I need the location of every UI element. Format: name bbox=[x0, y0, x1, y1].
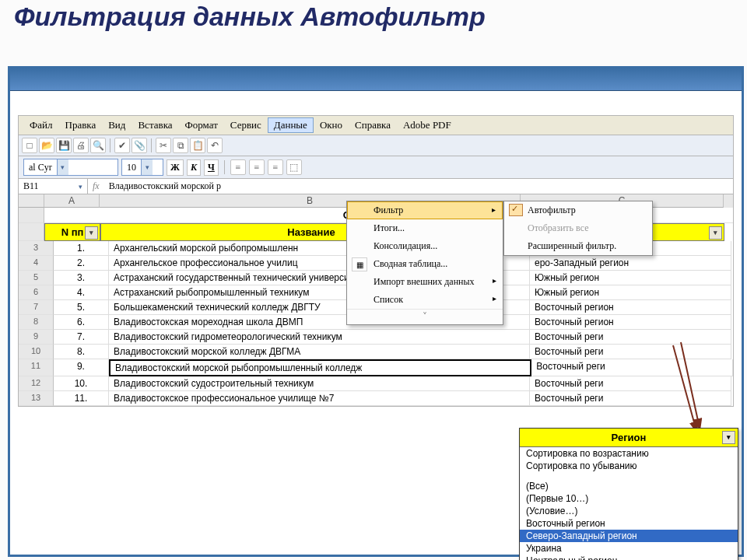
menubar[interactable]: Файл Правка Вид Вставка Формат Сервис Да… bbox=[18, 115, 734, 135]
filter-option[interactable]: Украина bbox=[520, 542, 738, 555]
submenu-autofilter[interactable]: Автофильтр bbox=[504, 201, 652, 219]
row-header[interactable]: 10 bbox=[19, 345, 54, 359]
row-header[interactable]: 8 bbox=[19, 315, 54, 330]
cell-npp[interactable]: 7. bbox=[54, 330, 109, 345]
cell-npp[interactable]: 6. bbox=[54, 315, 109, 330]
autofilter-popup[interactable]: Регион Сортировка по возрастаниюСортиров… bbox=[519, 428, 738, 560]
col-A[interactable]: A bbox=[44, 194, 100, 208]
cell-region[interactable]: Южный регион bbox=[530, 271, 731, 285]
font-size-combo[interactable]: 10 bbox=[121, 159, 163, 176]
align-center-icon[interactable]: ≡ bbox=[249, 159, 265, 175]
row-header[interactable]: 3 bbox=[19, 241, 54, 256]
name-box[interactable]: B11 ▾ bbox=[19, 179, 88, 194]
filter-option[interactable]: Восточный регион bbox=[520, 517, 738, 530]
row-header[interactable]: 11 bbox=[19, 359, 54, 376]
filter-option[interactable]: (Первые 10…) bbox=[520, 492, 738, 505]
print-icon[interactable]: 🖨 bbox=[73, 138, 89, 153]
cell-npp[interactable]: 3. bbox=[54, 271, 109, 285]
dropdown-icon[interactable] bbox=[141, 159, 153, 175]
filter-submenu[interactable]: Автофильтр Отобразить все Расширенный фи… bbox=[503, 201, 653, 256]
menu-item-consolidate[interactable]: Консолидация... bbox=[347, 237, 503, 255]
cell-npp[interactable]: 5. bbox=[54, 300, 109, 315]
align-left-icon[interactable]: ≡ bbox=[230, 159, 246, 175]
menu-item-list[interactable]: Список bbox=[347, 291, 503, 309]
filter-dropdown-icon[interactable] bbox=[85, 226, 98, 240]
underline-button[interactable]: Ч bbox=[204, 159, 219, 176]
menu-insert[interactable]: Вставка bbox=[132, 117, 178, 133]
dropdown-icon[interactable] bbox=[57, 159, 68, 175]
menu-edit[interactable]: Правка bbox=[59, 117, 103, 133]
bold-button[interactable]: Ж bbox=[167, 159, 184, 176]
filter-option[interactable]: Северо-Западный регион bbox=[520, 530, 738, 542]
fx-icon[interactable]: fx bbox=[88, 180, 104, 192]
menu-item-pivot[interactable]: ▦Сводная таблица... bbox=[347, 255, 503, 273]
cut-icon[interactable]: ✂ bbox=[156, 138, 171, 153]
table-row[interactable]: 119.Владивостокский морской рыбопромышле… bbox=[19, 359, 733, 376]
cell-npp[interactable]: 2. bbox=[54, 256, 109, 271]
cell-name[interactable]: Владивостокский гидрометеорологический т… bbox=[109, 330, 530, 345]
paste-icon[interactable]: 📋 bbox=[190, 138, 205, 153]
cell-region[interactable]: еро-Западный регион bbox=[530, 256, 731, 271]
filter-option[interactable]: Сортировка по возрастанию bbox=[520, 447, 738, 460]
row-header[interactable]: 5 bbox=[19, 271, 54, 285]
menu-window[interactable]: Окно bbox=[314, 117, 349, 133]
cell-region[interactable]: Восточный регион bbox=[530, 300, 731, 315]
cell-npp[interactable]: 8. bbox=[54, 345, 109, 359]
row-header[interactable]: 13 bbox=[19, 391, 54, 406]
row-header[interactable]: 7 bbox=[19, 300, 54, 315]
filter-dropdown-icon[interactable] bbox=[709, 226, 722, 240]
cell-npp[interactable]: 11. bbox=[54, 391, 109, 406]
table-row[interactable]: 97.Владивостокский гидрометеорологически… bbox=[19, 330, 733, 345]
select-all-corner[interactable] bbox=[19, 194, 44, 208]
row-header[interactable]: 9 bbox=[19, 330, 54, 345]
filter-option[interactable]: (Условие…) bbox=[520, 505, 738, 517]
cell-name[interactable]: Владивостокский судостроительный технику… bbox=[109, 376, 530, 391]
preview-icon[interactable]: 🔍 bbox=[90, 138, 106, 153]
menu-item-filter[interactable]: Фильтр bbox=[347, 201, 503, 219]
menu-help[interactable]: Справка bbox=[349, 117, 397, 133]
cell-name[interactable]: Владивостокский морской колледж ДВГМА bbox=[109, 345, 530, 359]
data-menu-dropdown[interactable]: Фильтр Итоги... Консолидация... ▦Сводная… bbox=[346, 201, 503, 325]
cell-npp[interactable]: 4. bbox=[54, 285, 109, 300]
row-header[interactable]: 6 bbox=[19, 285, 54, 300]
research-icon[interactable]: 📎 bbox=[132, 138, 147, 153]
italic-button[interactable]: К bbox=[187, 159, 201, 176]
filter-option[interactable]: Сортировка по убыванию bbox=[520, 460, 738, 472]
menu-adobe-pdf[interactable]: Adobe PDF bbox=[397, 117, 458, 133]
row-header[interactable]: 12 bbox=[19, 376, 54, 391]
open-icon[interactable]: 📂 bbox=[39, 138, 54, 153]
table-row[interactable]: 1311.Владивостокское профессиональное уч… bbox=[19, 391, 733, 406]
menu-file[interactable]: Файл bbox=[23, 117, 59, 133]
expand-menu-icon[interactable]: ˅ bbox=[347, 309, 503, 324]
new-icon[interactable]: □ bbox=[22, 138, 37, 153]
filter-dropdown-icon[interactable] bbox=[722, 431, 735, 444]
row-header[interactable]: 4 bbox=[19, 256, 54, 271]
menu-format[interactable]: Формат bbox=[179, 117, 224, 133]
filter-option[interactable]: Центральный регион bbox=[520, 555, 738, 560]
table-row[interactable]: 108.Владивостокский морской колледж ДВГМ… bbox=[19, 345, 733, 359]
filter-option[interactable]: (Все) bbox=[520, 480, 738, 492]
align-right-icon[interactable]: ≡ bbox=[268, 159, 283, 175]
menu-data[interactable]: Данные bbox=[268, 117, 314, 133]
cell-name[interactable]: Владивостокское профессиональное училище… bbox=[109, 391, 530, 406]
cell-npp[interactable]: 10. bbox=[54, 376, 109, 391]
cell-region[interactable]: Южный регион bbox=[530, 285, 731, 300]
cell-name[interactable]: Владивостокский морской рыбопромышленный… bbox=[109, 359, 531, 376]
menu-item-subtotals[interactable]: Итоги... bbox=[347, 219, 503, 237]
cell-region[interactable]: Восточный регион bbox=[530, 315, 731, 330]
cell-npp[interactable]: 9. bbox=[54, 359, 109, 376]
table-row[interactable]: 1210.Владивостокский судостроительный те… bbox=[19, 376, 733, 391]
undo-icon[interactable]: ↶ bbox=[207, 138, 223, 153]
formula-value[interactable]: Владивостокский морской р bbox=[104, 179, 733, 194]
save-icon[interactable]: 💾 bbox=[56, 138, 72, 153]
font-name-combo[interactable]: al Cyr bbox=[23, 159, 118, 176]
dropdown-icon[interactable]: ▾ bbox=[79, 183, 82, 191]
menu-tools[interactable]: Сервис bbox=[224, 117, 268, 133]
copy-icon[interactable]: ⧉ bbox=[173, 138, 188, 153]
menu-item-import[interactable]: Импорт внешних данных bbox=[347, 273, 503, 291]
merge-icon[interactable]: ⬚ bbox=[286, 159, 302, 175]
spellcheck-icon[interactable]: ✔ bbox=[114, 138, 130, 153]
menu-view[interactable]: Вид bbox=[102, 117, 132, 133]
filter-header-npp[interactable]: N пп bbox=[44, 223, 100, 241]
cell-npp[interactable]: 1. bbox=[54, 241, 109, 256]
